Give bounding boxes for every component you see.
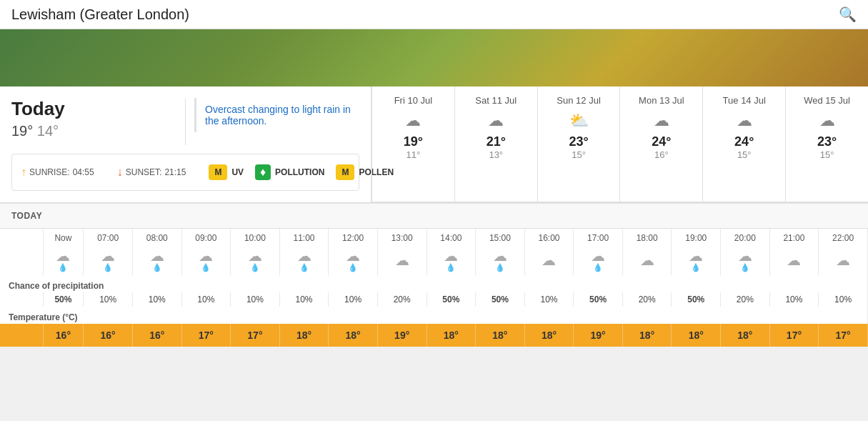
icon-cell-5: ☁💧 xyxy=(279,244,329,275)
icon-cell-14: ☁💧 xyxy=(721,244,770,275)
uv-badge-group: M UV xyxy=(209,164,244,180)
forecast-day-3[interactable]: Mon 13 Jul ☁ 24° 16° xyxy=(619,86,702,202)
forecast-day-icon: ☁ xyxy=(461,112,532,130)
icon-cell-11: ☁💧 xyxy=(574,244,623,275)
precip-cell-1: 10% xyxy=(84,292,133,307)
time-row-label xyxy=(0,229,43,244)
forecast-day-2[interactable]: Sun 12 Jul ⛅ 23° 15° xyxy=(537,86,620,202)
temp-cell-2: 16° xyxy=(132,324,181,347)
sunrise-icon: ↑ xyxy=(21,166,26,179)
icon-cell-8: ☁💧 xyxy=(426,244,476,275)
forecast-day-low: 15° xyxy=(709,149,779,160)
sunset-item: ↓ SUNSET: 21:15 xyxy=(117,166,186,179)
pollution-label: POLLUTION xyxy=(275,167,324,177)
temp-cell-16: 17° xyxy=(819,324,868,347)
time-cell-6: 12:00 xyxy=(329,229,378,244)
precip-cell-7: 20% xyxy=(377,292,426,307)
temp-label-row: Temperature (°C) xyxy=(0,307,868,324)
temp-cell-10: 18° xyxy=(524,324,574,347)
main-content: Today 19° 14° Overcast changing to light… xyxy=(0,86,868,202)
forecast-day-5[interactable]: Wed 15 Jul ☁ 23° 15° xyxy=(785,86,868,202)
pollen-badge: M xyxy=(336,164,354,180)
precip-cell-10: 10% xyxy=(524,292,574,307)
forecast-day-icon: ☁ xyxy=(792,112,862,130)
precip-cell-5: 10% xyxy=(279,292,329,307)
sunrise-label: SUNRISE: xyxy=(29,167,70,177)
time-cell-13: 19:00 xyxy=(672,229,721,244)
today-right: Overcast changing to light rain in the a… xyxy=(185,98,359,145)
forecast-day-high: 21° xyxy=(461,134,532,149)
time-cell-0: Now xyxy=(43,229,84,244)
uv-label: UV xyxy=(231,167,244,177)
icon-row-label xyxy=(0,244,43,275)
temp-cell-3: 17° xyxy=(181,324,231,347)
precip-cell-4: 10% xyxy=(231,292,280,307)
forecast-day-low: 15° xyxy=(544,149,614,160)
precip-cell-2: 10% xyxy=(132,292,181,307)
precip-cell-12: 20% xyxy=(622,292,672,307)
time-cell-14: 20:00 xyxy=(721,229,770,244)
precip-cell-8: 50% xyxy=(426,292,476,307)
forecast-day-icon: ☁ xyxy=(709,112,779,130)
time-cell-16: 22:00 xyxy=(819,229,868,244)
forecast-day-label: Wed 15 Jul xyxy=(792,95,862,106)
today-split: Today 19° 14° Overcast changing to light… xyxy=(11,98,359,145)
temp-cell-6: 18° xyxy=(329,324,378,347)
forecast-day-icon: ☁ xyxy=(378,112,449,130)
today-panel: Today 19° 14° Overcast changing to light… xyxy=(0,86,371,202)
precip-cell-6: 10% xyxy=(329,292,378,307)
hero-image xyxy=(0,29,868,86)
time-cell-1: 07:00 xyxy=(84,229,133,244)
icon-cell-9: ☁💧 xyxy=(476,244,525,275)
forecast-day-high: 23° xyxy=(544,134,614,149)
pollution-icon: ♦ xyxy=(255,164,271,180)
hourly-section: TODAY Now07:0008:0009:0010:0011:0012:001… xyxy=(0,202,868,347)
precip-cell-16: 10% xyxy=(819,292,868,307)
icon-cell-1: ☁💧 xyxy=(84,244,133,275)
today-title: Today xyxy=(11,98,176,120)
forecast-day-0[interactable]: Fri 10 Jul ☁ 19° 11° xyxy=(371,86,454,202)
temp-cell-12: 18° xyxy=(622,324,672,347)
temp-cell-7: 19° xyxy=(377,324,426,347)
forecast-day-1[interactable]: Sat 11 Jul ☁ 21° 13° xyxy=(454,86,537,202)
sunset-label: SUNSET: xyxy=(126,167,162,177)
precip-cell-11: 50% xyxy=(574,292,623,307)
forecast-day-label: Fri 10 Jul xyxy=(378,95,449,106)
forecast-day-4[interactable]: Tue 14 Jul ☁ 24° 15° xyxy=(702,86,785,202)
sunrise-item: ↑ SUNRISE: 04:55 xyxy=(21,166,94,179)
icon-cell-4: ☁💧 xyxy=(231,244,280,275)
icon-cell-10: ☁ xyxy=(524,244,574,275)
sunset-time: 21:15 xyxy=(164,167,186,177)
forecast-days: Fri 10 Jul ☁ 19° 11° Sat 11 Jul ☁ 21° 13… xyxy=(371,86,868,202)
temp-cell-1: 16° xyxy=(84,324,133,347)
today-temps: 19° 14° xyxy=(11,123,176,139)
forecast-day-high: 24° xyxy=(626,134,697,149)
forecast-day-label: Sun 12 Jul xyxy=(544,95,614,106)
page-title: Lewisham (Greater London) xyxy=(11,6,189,23)
icon-cell-16: ☁ xyxy=(819,244,868,275)
temp-cell-13: 18° xyxy=(672,324,721,347)
temp-cell-4: 17° xyxy=(231,324,280,347)
time-cell-8: 14:00 xyxy=(426,229,476,244)
time-cell-2: 08:00 xyxy=(132,229,181,244)
forecast-day-low: 11° xyxy=(378,149,449,160)
forecast-day-label: Tue 14 Jul xyxy=(709,95,779,106)
precip-row-label xyxy=(0,292,43,307)
temp-value-row: 16°16°16°17°17°18°18°19°18°18°18°19°18°1… xyxy=(0,324,868,347)
temp-cell-11: 19° xyxy=(574,324,623,347)
precip-cell-14: 20% xyxy=(721,292,770,307)
pollution-badge-group: ♦ POLLUTION xyxy=(255,164,324,180)
time-cell-9: 15:00 xyxy=(476,229,525,244)
icon-cell-6: ☁💧 xyxy=(329,244,378,275)
forecast-day-high: 24° xyxy=(709,134,779,149)
time-cell-11: 17:00 xyxy=(574,229,623,244)
temp-cell-8: 18° xyxy=(426,324,476,347)
today-left: Today 19° 14° xyxy=(11,98,185,145)
search-button[interactable]: 🔍 xyxy=(839,6,857,23)
forecast-day-icon: ☁ xyxy=(626,112,697,130)
time-cell-7: 13:00 xyxy=(377,229,426,244)
time-cell-3: 09:00 xyxy=(181,229,231,244)
hourly-icon-row: ☁💧☁💧☁💧☁💧☁💧☁💧☁💧☁☁💧☁💧☁☁💧☁☁💧☁💧☁☁ xyxy=(0,244,868,275)
temp-row-label xyxy=(0,324,43,347)
forecast-day-low: 16° xyxy=(626,149,697,160)
